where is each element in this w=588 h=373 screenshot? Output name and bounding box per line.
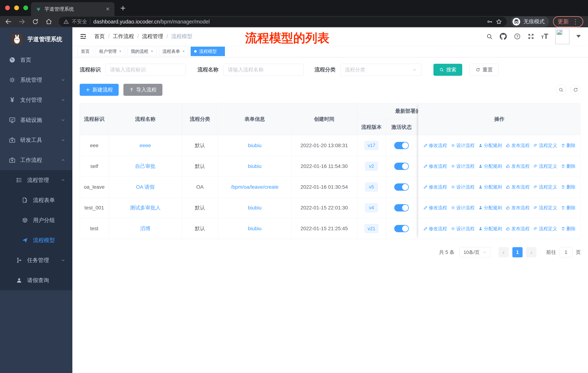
browser-tab[interactable]: 芋道管理系统 ✕ — [31, 2, 115, 16]
sidebar-item-home[interactable]: 首页 — [0, 50, 72, 70]
tag-process-form[interactable]: 流程表单× — [159, 47, 188, 56]
sidebar-item-process-model[interactable]: 流程模型 — [0, 230, 72, 250]
close-tag-icon[interactable]: × — [119, 49, 121, 53]
github-icon[interactable] — [500, 33, 507, 40]
form-info-link[interactable]: biubiu — [218, 135, 292, 156]
delete-process-link[interactable]: 删除 — [561, 142, 576, 148]
active-toggle[interactable] — [394, 183, 409, 191]
modify-process-link[interactable]: 修改流程 — [423, 205, 447, 211]
browser-menu-icon[interactable]: ⋮ — [572, 18, 579, 26]
fullscreen-icon[interactable] — [528, 33, 534, 40]
publish-process-link[interactable]: 发布流程 — [506, 226, 530, 232]
category-select[interactable]: 流程分类 — [340, 64, 421, 76]
publish-process-link[interactable]: 发布流程 — [506, 184, 530, 190]
search-icon[interactable] — [486, 33, 493, 40]
form-info-link[interactable]: /bpm/oa/leave/create — [218, 177, 292, 197]
reload-icon[interactable] — [32, 18, 39, 25]
modify-process-link[interactable]: 修改流程 — [423, 163, 447, 169]
font-size-icon[interactable]: TT — [541, 32, 548, 40]
sidebar-item-process-mgmt[interactable]: 流程管理 — [0, 170, 72, 190]
prev-page-button[interactable]: ‹ — [499, 247, 509, 257]
active-toggle[interactable] — [394, 225, 409, 232]
help-icon[interactable]: ? — [514, 33, 521, 40]
close-tag-icon[interactable]: × — [182, 49, 185, 53]
home-icon[interactable] — [45, 18, 52, 25]
avatar[interactable] — [555, 29, 569, 44]
version-tag[interactable]: v5 — [365, 182, 378, 192]
modify-process-link[interactable]: 修改流程 — [423, 142, 447, 148]
process-name-link[interactable]: 测试多审批人 — [109, 197, 182, 218]
process-key-input[interactable] — [105, 64, 186, 76]
sidebar-item-devtools[interactable]: 研发工具 — [0, 130, 72, 150]
publish-process-link[interactable]: 发布流程 — [506, 205, 530, 211]
sidebar-item-workflow[interactable]: 工作流程 — [0, 150, 72, 170]
sidebar-item-leave-query[interactable]: 请假查询 — [0, 270, 72, 290]
minimize-window-button[interactable] — [14, 5, 19, 10]
close-tag-icon[interactable]: × — [151, 49, 153, 53]
close-window-button[interactable] — [5, 5, 10, 10]
process-definition-link[interactable]: 流程定义 — [533, 184, 557, 190]
process-name-link[interactable]: eeee — [109, 135, 182, 156]
process-name-link[interactable]: 自己审批 — [109, 156, 182, 176]
active-toggle[interactable] — [394, 163, 409, 170]
delete-process-link[interactable]: 删除 — [561, 205, 576, 211]
page-size-select[interactable]: 10条/页 — [460, 247, 491, 257]
sidebar-item-system[interactable]: 系统管理 — [0, 70, 72, 90]
breadcrumb-home[interactable]: 首页 — [94, 33, 105, 40]
version-tag[interactable]: v2 — [365, 162, 378, 171]
publish-process-link[interactable]: 发布流程 — [506, 163, 530, 169]
process-definition-link[interactable]: 流程定义 — [533, 226, 557, 232]
process-definition-link[interactable]: 流程定义 — [533, 142, 557, 148]
assign-rule-link[interactable]: 分配规则 — [478, 205, 502, 211]
modify-process-link[interactable]: 修改流程 — [423, 184, 447, 190]
process-name-link[interactable]: OA 请假 — [109, 177, 182, 197]
delete-process-link[interactable]: 删除 — [561, 163, 576, 169]
assign-rule-link[interactable]: 分配规则 — [478, 184, 502, 190]
process-name-link[interactable]: 滔博 — [109, 218, 182, 239]
chrome-update-button[interactable]: 更新 ⋮ — [553, 16, 583, 27]
active-toggle[interactable] — [394, 142, 409, 149]
close-tag-icon[interactable]: × — [219, 49, 221, 53]
breadcrumb-process-mgmt[interactable]: 流程管理 — [142, 33, 163, 40]
goto-page-input[interactable] — [559, 247, 573, 257]
current-page[interactable]: 1 — [512, 247, 523, 257]
tag-home[interactable]: 首页 — [77, 47, 93, 56]
search-button[interactable]: 搜索 — [433, 64, 462, 76]
collapse-sidebar-icon[interactable] — [80, 33, 87, 40]
delete-process-link[interactable]: 删除 — [561, 184, 576, 190]
design-process-link[interactable]: 设计流程 — [451, 205, 475, 211]
bookmark-star-icon[interactable] — [496, 19, 502, 25]
forward-icon[interactable] — [18, 18, 26, 25]
process-definition-link[interactable]: 流程定义 — [533, 163, 557, 169]
sidebar-item-user-group[interactable]: 用户分组 — [0, 210, 72, 230]
zoom-window-button[interactable] — [23, 5, 28, 10]
design-process-link[interactable]: 设计流程 — [451, 142, 475, 148]
new-tab-button[interactable]: + — [120, 2, 126, 13]
process-name-input[interactable] — [223, 64, 304, 76]
address-bar[interactable]: 不安全 dashboard.yudao.iocoder.cn/bpm/manag… — [59, 17, 507, 27]
delete-process-link[interactable]: 删除 — [561, 226, 576, 232]
publish-process-link[interactable]: 发布流程 — [506, 142, 530, 148]
show-search-button[interactable] — [556, 85, 566, 95]
version-tag[interactable]: v17 — [365, 141, 378, 150]
sidebar-item-pay[interactable]: ¥ 支付管理 — [0, 90, 72, 110]
breadcrumb-workflow[interactable]: 工作流程 — [113, 33, 134, 40]
design-process-link[interactable]: 设计流程 — [451, 226, 475, 232]
version-tag[interactable]: v21 — [365, 224, 378, 233]
form-info-link[interactable]: biubiu — [218, 197, 292, 218]
import-process-button[interactable]: 导入流程 — [123, 84, 162, 96]
back-icon[interactable] — [5, 18, 12, 25]
avatar-caret-icon[interactable] — [576, 35, 581, 38]
design-process-link[interactable]: 设计流程 — [451, 184, 475, 190]
sidebar-item-infra[interactable]: 基础设施 — [0, 110, 72, 130]
tag-my-process[interactable]: 我的流程× — [127, 47, 157, 56]
tag-process-model-active[interactable]: 流程模型× — [191, 47, 225, 56]
create-process-button[interactable]: 新建流程 — [80, 84, 119, 96]
assign-rule-link[interactable]: 分配规则 — [478, 163, 502, 169]
assign-rule-link[interactable]: 分配规则 — [478, 226, 502, 232]
design-process-link[interactable]: 设计流程 — [451, 163, 475, 169]
sidebar-item-task-mgmt[interactable]: 任务管理 — [0, 250, 72, 270]
modify-process-link[interactable]: 修改流程 — [423, 226, 447, 232]
active-toggle[interactable] — [394, 204, 409, 212]
tab-close-icon[interactable]: ✕ — [105, 6, 110, 12]
